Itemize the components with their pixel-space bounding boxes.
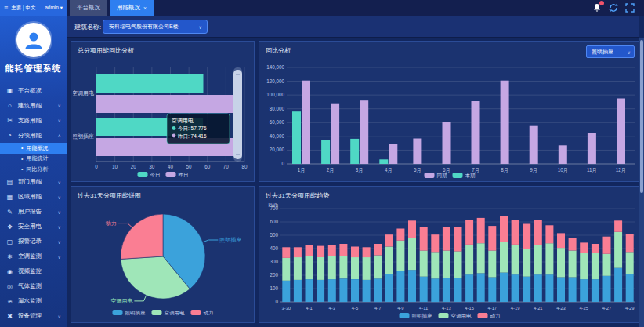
stack-空调用电-4-2[interactable] [317,257,324,280]
stack-空调用电-4-3[interactable] [328,256,336,279]
sidebar-item-gas-monitor[interactable]: ◎气体监测 [0,279,67,294]
stack-空调用电-4-21[interactable] [534,245,542,274]
stack-照明插座-4-28[interactable] [614,268,622,302]
stack-空调用电-4-12[interactable] [431,252,439,278]
chart-trend-31d[interactable]: kWh01002003004005006007003-304-14-34-54-… [261,202,638,321]
stack-动力-4-9[interactable] [396,229,404,241]
stack-照明插座-4-23[interactable] [557,278,565,303]
sidebar-subitem-energy-overview[interactable]: •用能概况 [0,143,67,154]
stack-动力-4-23[interactable] [557,233,565,248]
bar-同期-5月[interactable] [413,139,421,165]
legend-item-同期[interactable]: 同期 [425,173,447,178]
stack-动力-4-6[interactable] [363,247,371,257]
stack-照明插座-3-30[interactable] [282,281,290,302]
stack-空调用电-4-9[interactable] [396,241,404,271]
stack-空调用电-4-28[interactable] [614,232,622,268]
bar-本期-4月[interactable] [379,159,388,164]
bar-同期-1月[interactable] [302,81,310,164]
tab-close-icon[interactable]: × [143,5,147,11]
stack-照明插座-4-19[interactable] [512,274,519,302]
stack-空调用电-4-27[interactable] [603,254,611,276]
stack-动力-4-5[interactable] [351,247,359,258]
bar-本期-3月[interactable] [350,139,359,164]
stack-照明插座-4-26[interactable] [592,279,599,302]
page-scrollbar[interactable] [639,38,644,327]
legend-item-动力[interactable]: 动力 [478,313,501,319]
stack-空调用电-3-31[interactable] [294,257,302,280]
stack-照明插座-4-4[interactable] [339,278,347,302]
fullscreen-icon[interactable] [625,3,635,13]
stack-照明插座-4-10[interactable] [408,270,416,302]
chart-pie-31d[interactable]: 照明插座空调用电动力照明插座空调用电动力 [73,202,252,321]
sidebar-item-subentry-energy[interactable]: ◔分项用能∧ [0,128,67,143]
pie-slice-动力[interactable] [121,214,163,259]
bar-同期-7月[interactable] [472,101,480,164]
stack-空调用电-4-1[interactable] [306,256,313,279]
legend-item-昨日[interactable]: 昨日 [166,172,189,177]
bar-同期-3月[interactable] [360,100,368,164]
stack-照明插座-4-9[interactable] [396,271,404,302]
stack-照明插座-3-31[interactable] [294,280,302,302]
stack-照明插座-4-22[interactable] [545,274,553,302]
legend-item-动力[interactable]: 动力 [191,310,214,316]
stack-照明插座-4-25[interactable] [580,279,588,302]
stack-照明插座-4-20[interactable] [523,277,530,302]
bar-同期-8月[interactable] [501,81,509,164]
sidebar-subitem-yoy-analysis[interactable]: •同比分析 [0,164,67,175]
building-select[interactable]: 安科瑞电气股份有限公司E楼 ∨ [103,20,208,34]
stack-动力-4-4[interactable] [339,244,347,256]
bar-同期-12月[interactable] [617,99,625,165]
stack-动力-4-8[interactable] [385,234,393,246]
refresh-icon[interactable] [609,3,618,13]
sidebar-item-safe-power[interactable]: ❖安全用电∨ [0,220,67,234]
sidebar-item-device-management[interactable]: ✖设备管理∨ [0,309,67,324]
stack-照明插座-4-1[interactable] [306,279,313,302]
stack-空调用电-4-13[interactable] [443,251,450,278]
stack-动力-3-30[interactable] [282,247,290,258]
stack-照明插座-4-14[interactable] [454,278,462,302]
sidebar-item-water-leak-monitor[interactable]: ≋漏水监测 [0,294,67,309]
tab-platform-overview[interactable]: 平台概况 [70,0,107,16]
stack-动力-4-26[interactable] [592,244,599,253]
stack-动力-4-14[interactable] [454,227,462,252]
stack-动力-4-28[interactable] [614,220,622,232]
stack-空调用电-4-15[interactable] [465,245,473,274]
stack-空调用电-4-19[interactable] [512,245,519,274]
stack-空调用电-3-30[interactable] [282,258,290,281]
bell-icon[interactable] [592,3,602,13]
stack-动力-4-22[interactable] [545,225,553,243]
stack-空调用电-4-29[interactable] [626,252,634,274]
bar-今日-空调用电[interactable] [96,74,204,93]
stack-动力-4-29[interactable] [626,234,634,252]
legend-item-空调用电[interactable]: 空调用电 [152,310,186,316]
stack-动力-4-1[interactable] [306,245,313,256]
stack-照明插座-4-11[interactable] [420,277,428,302]
stack-照明插座-4-15[interactable] [465,274,473,302]
stack-空调用电-4-17[interactable] [488,251,496,278]
stack-空调用电-4-24[interactable] [569,251,577,278]
stack-动力-4-18[interactable] [500,216,508,242]
stack-动力-4-21[interactable] [534,220,542,245]
stack-空调用电-4-14[interactable] [454,251,462,278]
stack-动力-4-16[interactable] [477,218,485,243]
stack-动力-4-7[interactable] [374,244,382,256]
stack-照明插座-4-12[interactable] [431,278,439,302]
stack-动力-4-15[interactable] [465,220,473,245]
stack-空调用电-4-7[interactable] [374,256,382,279]
bar-同期-2月[interactable] [331,104,339,164]
stack-空调用电-4-25[interactable] [580,253,588,279]
bar-同期-9月[interactable] [530,126,538,164]
hamburger-menu-icon[interactable]: ≡ [4,5,8,12]
stack-空调用电-4-6[interactable] [363,257,371,280]
stack-照明插座-4-8[interactable] [385,274,393,302]
stack-空调用电-4-4[interactable] [339,256,347,278]
legend-item-照明插座[interactable]: 照明插座 [113,310,147,316]
tab-energy-overview[interactable]: 用能概况× [110,0,154,16]
stack-照明插座-4-21[interactable] [534,274,542,302]
stack-照明插座-4-18[interactable] [500,273,508,302]
stack-空调用电-4-8[interactable] [385,247,393,274]
chart-daily-yoy[interactable]: 01020304050607080空调用电照明插座 空调用电今日: 57.776… [73,59,252,180]
stack-照明插座-4-7[interactable] [374,278,382,302]
bar-本期-2月[interactable] [321,140,330,164]
stack-照明插座-4-6[interactable] [363,280,371,302]
